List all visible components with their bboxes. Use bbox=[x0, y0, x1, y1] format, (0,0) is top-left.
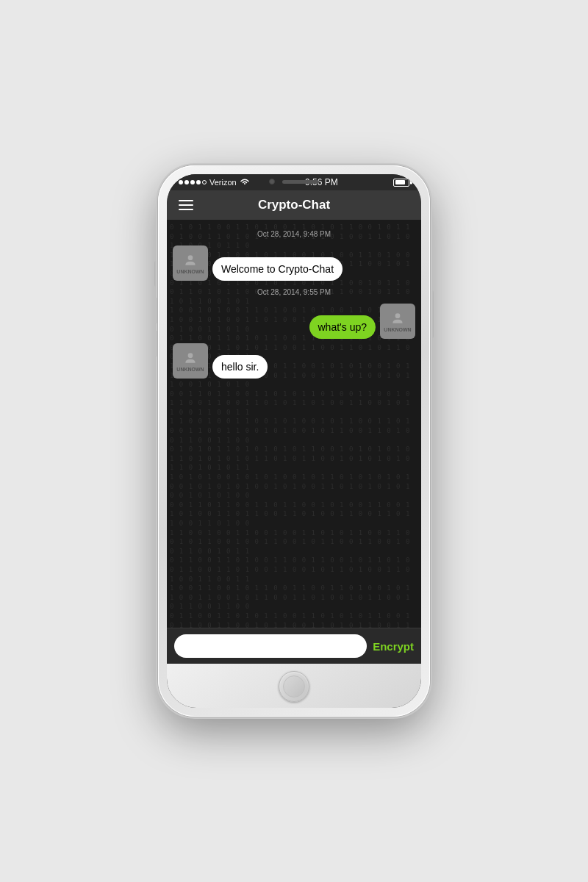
signal-strength bbox=[179, 180, 207, 184]
svg-point-0 bbox=[188, 255, 193, 260]
message-row-received-1: UNKNOWN Welcome to Crypto-Chat bbox=[173, 245, 415, 281]
avatar-label-2: UNKNOWN bbox=[176, 367, 204, 372]
timestamp-1: Oct 28, 2014, 9:48 PM bbox=[173, 227, 415, 241]
chat-area: 0 1 0 1 1 0 0 1 1 0 1 0 0 1 1 0 1 0 1 1 … bbox=[167, 220, 421, 628]
signal-dot-4 bbox=[196, 180, 201, 184]
hamburger-line-3 bbox=[179, 209, 193, 210]
avatar-label-1: UNKNOWN bbox=[176, 269, 204, 274]
wifi-icon bbox=[240, 178, 250, 187]
svg-point-1 bbox=[395, 313, 401, 318]
home-button-area bbox=[167, 664, 421, 708]
home-button[interactable] bbox=[279, 671, 309, 702]
hamburger-line-1 bbox=[179, 200, 193, 201]
battery-icon bbox=[393, 179, 409, 187]
user-icon-2 bbox=[183, 351, 198, 365]
status-left: Verizon bbox=[179, 178, 250, 187]
user-icon bbox=[183, 253, 198, 268]
signal-dot-2 bbox=[184, 180, 189, 184]
bubble-sent-1: what's up? bbox=[309, 315, 376, 339]
avatar-received-2: UNKNOWN bbox=[173, 343, 208, 379]
chat-content: Oct 28, 2014, 9:48 PM UNKNOWN Welcome to… bbox=[167, 220, 421, 628]
phone-screen: Verizon 9:56 PM bbox=[167, 174, 421, 708]
front-camera bbox=[269, 179, 275, 184]
svg-point-2 bbox=[188, 353, 193, 358]
user-icon-sent bbox=[390, 311, 405, 326]
home-button-inner bbox=[283, 675, 305, 698]
timestamp-2: Oct 28, 2014, 9:55 PM bbox=[173, 285, 415, 299]
signal-dot-5 bbox=[202, 180, 207, 184]
avatar-sent-1: UNKNOWN bbox=[380, 304, 415, 339]
bubble-received-2: hello sir. bbox=[212, 355, 268, 379]
encrypt-button[interactable]: Encrypt bbox=[373, 640, 414, 653]
message-row-sent-1: UNKNOWN what's up? bbox=[173, 304, 415, 339]
signal-dot-1 bbox=[179, 180, 183, 184]
bubble-received-1: Welcome to Crypto-Chat bbox=[212, 257, 343, 281]
nav-title: Crypto-Chat bbox=[202, 198, 386, 212]
carrier-label: Verizon bbox=[209, 178, 237, 187]
input-bar: Encrypt bbox=[167, 628, 421, 664]
signal-dot-3 bbox=[190, 180, 195, 184]
avatar-label-sent-1: UNKNOWN bbox=[384, 327, 411, 332]
message-input[interactable] bbox=[174, 634, 367, 658]
hamburger-line-2 bbox=[179, 204, 193, 206]
menu-button[interactable] bbox=[179, 200, 193, 210]
speaker bbox=[282, 180, 319, 184]
phone-frame: Verizon 9:56 PM bbox=[158, 165, 430, 717]
nav-bar: Crypto-Chat bbox=[167, 190, 421, 220]
message-row-received-2: UNKNOWN hello sir. bbox=[173, 343, 415, 379]
avatar-received-1: UNKNOWN bbox=[173, 245, 208, 281]
phone-top-physical bbox=[269, 179, 319, 184]
